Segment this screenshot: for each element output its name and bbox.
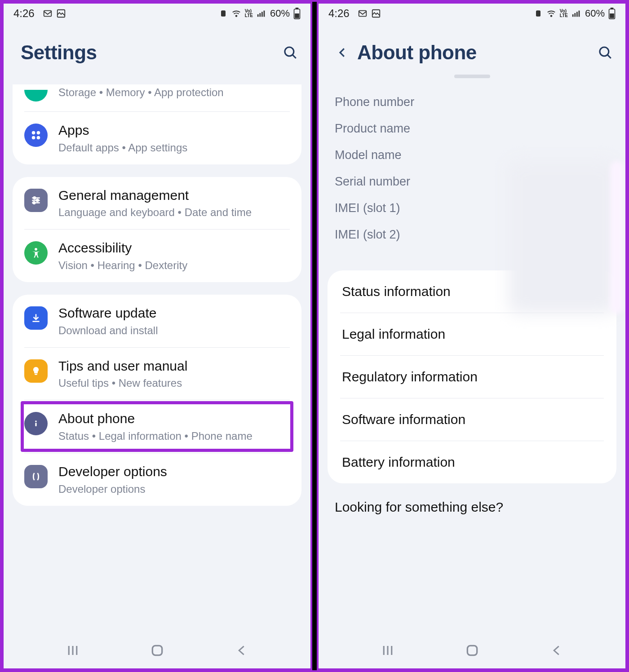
gmail-icon [43, 9, 53, 18]
row-apps[interactable]: Apps Default apps • App settings [24, 111, 290, 164]
svg-line-12 [293, 55, 296, 58]
svg-rect-35 [572, 14, 574, 17]
svg-rect-0 [44, 11, 51, 17]
row-title: Developer options [58, 463, 290, 480]
battery-percent: 60% [585, 8, 605, 19]
accessibility-icon [24, 241, 48, 265]
recents-button[interactable] [66, 644, 80, 657]
row-subtitle: Useful tips • New features [58, 376, 290, 390]
page-title: Settings [21, 41, 97, 64]
row-title: Apps [58, 122, 290, 139]
row-about-phone[interactable]: About phone Status • Legal information •… [24, 400, 290, 453]
home-button[interactable] [150, 643, 164, 658]
group-system: Software update Download and install Tip… [13, 295, 301, 506]
svg-point-15 [32, 136, 35, 140]
device-care-icon [24, 84, 48, 102]
svg-rect-33 [536, 10, 540, 16]
row-title: General management [58, 187, 290, 204]
svg-point-3 [235, 15, 237, 17]
clock: 4:26 [13, 7, 35, 20]
svg-rect-2 [221, 10, 226, 16]
row-title: About phone [58, 410, 290, 427]
volte-icon: Vo)LTE [560, 9, 568, 18]
nav-bar [319, 632, 625, 668]
row-subtitle: Storage • Memory • App protection [58, 85, 290, 99]
back-button[interactable] [235, 644, 248, 657]
svg-point-11 [285, 47, 294, 56]
svg-point-22 [33, 202, 35, 204]
header: About phone [319, 23, 625, 75]
svg-rect-36 [574, 13, 576, 17]
page-title: About phone [357, 41, 477, 64]
group-device-care: Storage • Memory • App protection Apps D… [13, 84, 301, 164]
svg-point-13 [32, 131, 35, 135]
about-phone-screen: 4:26 Vo)LTE 60% About phone Phone number… [317, 2, 627, 670]
alarm-icon [534, 9, 543, 18]
alarm-icon [219, 9, 228, 18]
signal-icon [571, 9, 581, 18]
row-device-care-partial[interactable]: Storage • Memory • App protection [24, 84, 290, 111]
sliders-icon [24, 189, 48, 212]
item-legal-information[interactable]: Legal information [340, 313, 604, 356]
item-software-information[interactable]: Software information [340, 398, 604, 441]
drag-handle[interactable] [454, 75, 490, 78]
svg-rect-38 [579, 11, 580, 17]
group-general: General management Language and keyboard… [13, 177, 301, 282]
back-icon[interactable] [336, 46, 349, 59]
search-icon[interactable] [283, 45, 298, 60]
item-regulatory-information[interactable]: Regulatory information [340, 356, 604, 398]
status-bar: 4:26 Vo)LTE 60% [4, 4, 310, 23]
row-subtitle: Status • Legal information • Phone name [58, 429, 290, 443]
svg-point-20 [36, 199, 39, 201]
field-product-name[interactable]: Product name [335, 115, 609, 142]
settings-screen: 4:26 Vo)LTE 60% Settings Storage • Memor… [2, 2, 312, 670]
battery-icon [608, 8, 616, 19]
svg-rect-4 [257, 14, 259, 17]
item-battery-information[interactable]: Battery information [340, 441, 604, 483]
redacted-values [509, 161, 616, 314]
row-subtitle: Developer options [58, 482, 290, 496]
field-phone-number[interactable]: Phone number [335, 89, 609, 115]
row-accessibility[interactable]: Accessibility Vision • Hearing • Dexteri… [24, 229, 290, 282]
row-developer-options[interactable]: Developer options Developer options [24, 453, 290, 506]
row-tips[interactable]: Tips and user manual Useful tips • New f… [24, 347, 290, 400]
signal-icon [257, 9, 266, 18]
status-bar: 4:26 Vo)LTE 60% [319, 4, 625, 23]
svg-rect-24 [35, 374, 37, 375]
svg-point-25 [35, 421, 37, 423]
svg-rect-47 [468, 645, 477, 655]
svg-rect-5 [259, 13, 261, 17]
search-icon[interactable] [598, 45, 613, 60]
row-subtitle: Vision • Hearing • Dexterity [58, 258, 290, 272]
home-button[interactable] [465, 643, 479, 658]
gmail-icon [358, 9, 368, 18]
lightbulb-icon [24, 359, 48, 383]
svg-line-43 [608, 55, 611, 58]
clock: 4:26 [328, 7, 350, 20]
row-title: Tips and user manual [58, 358, 290, 375]
row-title: Accessibility [58, 239, 290, 256]
svg-point-23 [35, 248, 37, 251]
info-icon [24, 412, 48, 435]
download-icon [24, 306, 48, 330]
svg-rect-37 [576, 12, 578, 17]
back-button[interactable] [550, 644, 563, 657]
svg-point-18 [33, 197, 35, 199]
svg-rect-10 [295, 13, 299, 18]
recents-button[interactable] [381, 644, 394, 657]
code-icon [24, 465, 48, 488]
gallery-icon [371, 9, 381, 18]
svg-point-34 [550, 15, 552, 17]
row-software-update[interactable]: Software update Download and install [24, 295, 290, 347]
wifi-icon [231, 9, 241, 18]
row-subtitle: Language and keyboard • Date and time [58, 205, 290, 219]
looking-for-something[interactable]: Looking for something else? [335, 500, 609, 515]
svg-point-16 [37, 136, 40, 140]
row-title: Software update [58, 305, 290, 322]
battery-icon [293, 8, 301, 19]
apps-icon [24, 124, 48, 147]
nav-bar [4, 632, 310, 668]
svg-rect-30 [153, 645, 162, 655]
svg-rect-7 [264, 11, 265, 17]
row-general-management[interactable]: General management Language and keyboard… [24, 177, 290, 230]
